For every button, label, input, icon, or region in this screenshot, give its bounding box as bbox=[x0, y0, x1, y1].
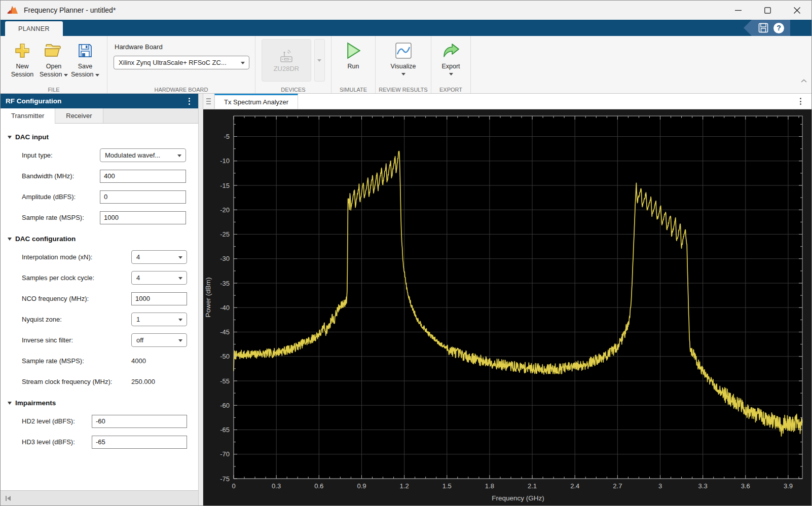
input-type-dropdown[interactable]: Modulated wavef... bbox=[100, 148, 186, 162]
svg-text:0.6: 0.6 bbox=[314, 482, 323, 490]
amplitude-input[interactable] bbox=[100, 190, 186, 204]
tab-planner[interactable]: PLANNER bbox=[5, 21, 63, 36]
close-icon bbox=[794, 7, 800, 14]
panel-title: RF Configuration bbox=[6, 97, 61, 105]
row-inverse-sinc: Inverse sinc filter: off bbox=[22, 333, 198, 347]
svg-text:3.6: 3.6 bbox=[741, 482, 750, 490]
spectrum-plot: 00.30.60.91.21.51.82.12.42.733.33.63.9-7… bbox=[203, 109, 811, 505]
tab-transmitter[interactable]: Transmitter bbox=[1, 108, 55, 123]
open-session-caret-icon bbox=[64, 74, 68, 76]
minimize-button[interactable] bbox=[723, 1, 753, 20]
save-session-label: Save Session bbox=[71, 63, 93, 78]
close-button[interactable] bbox=[782, 1, 811, 20]
panel-splitter[interactable] bbox=[198, 94, 203, 505]
panel-bottom-bar bbox=[1, 490, 198, 505]
nco-frequency-input[interactable] bbox=[131, 292, 187, 305]
svg-text:0.9: 0.9 bbox=[357, 482, 366, 490]
run-button[interactable]: Run bbox=[338, 38, 369, 71]
save-session-caret-icon bbox=[95, 74, 99, 76]
rf-configuration-panel: RF Configuration Transmitter Receiver DA… bbox=[1, 94, 198, 505]
open-session-button[interactable]: Open Session bbox=[38, 38, 69, 79]
svg-text:-70: -70 bbox=[220, 450, 230, 458]
section-dac-input[interactable]: DAC input bbox=[1, 130, 198, 144]
dropdown-caret-icon bbox=[177, 154, 181, 157]
save-session-button[interactable]: Save Session bbox=[69, 38, 101, 79]
section-label-review-results: REVIEW RESULTS bbox=[376, 87, 431, 93]
samples-per-clock-dropdown[interactable]: 4 bbox=[131, 271, 187, 285]
svg-text:-45: -45 bbox=[220, 328, 230, 336]
toolstrip-section-devices: ZU28DR DEVICES bbox=[255, 36, 331, 93]
maximize-icon bbox=[764, 7, 771, 14]
sample-rate-input[interactable] bbox=[100, 211, 186, 224]
svg-text:-15: -15 bbox=[220, 182, 230, 189]
row-sample-rate: Sample rate (MSPS): bbox=[22, 211, 198, 224]
section-label-devices: DEVICES bbox=[255, 87, 331, 93]
device-radio-icon bbox=[278, 49, 295, 64]
panel-tab-strip: Transmitter Receiver bbox=[1, 108, 198, 124]
export-arrow-icon bbox=[442, 43, 460, 59]
svg-text:-50: -50 bbox=[220, 353, 230, 360]
row-hd2-level: HD2 level (dBFS): bbox=[22, 414, 198, 428]
app-window: Frequency Planner - untitled* PLANNE bbox=[0, 0, 812, 506]
new-session-label: New Session bbox=[7, 63, 38, 79]
svg-text:3.3: 3.3 bbox=[698, 482, 708, 490]
new-session-button[interactable]: New Session bbox=[7, 38, 38, 79]
row-bandwidth: Bandwidth (MHz): bbox=[22, 169, 198, 183]
quick-access-toolbar: ? bbox=[744, 20, 790, 36]
nyquist-zone-dropdown[interactable]: 1 bbox=[131, 313, 187, 326]
device-dropdown-button[interactable] bbox=[314, 39, 325, 82]
interpolation-mode-dropdown[interactable]: 4 bbox=[131, 250, 187, 264]
toolstrip-section-hardware-board: Hardware Board Xilinx Zynq UltraScale+ R… bbox=[107, 36, 255, 93]
document-menu-button[interactable] bbox=[797, 94, 811, 109]
save-floppy-icon bbox=[77, 43, 93, 59]
minimize-icon bbox=[735, 7, 742, 14]
toolstrip-section-review-results: Visualize REVIEW RESULTS bbox=[376, 36, 431, 93]
row-nyquist-zone: Nyquist zone: 1 bbox=[22, 313, 198, 326]
dropdown-caret-icon bbox=[178, 256, 182, 259]
section-label-simulate: SIMULATE bbox=[331, 87, 375, 93]
device-zu28dr-button[interactable]: ZU28DR bbox=[262, 39, 311, 82]
panel-menu-icon[interactable] bbox=[186, 98, 193, 105]
section-dac-configuration[interactable]: DAC configuration bbox=[1, 231, 198, 246]
help-icon[interactable]: ? bbox=[773, 23, 784, 33]
svg-text:-10: -10 bbox=[220, 157, 230, 165]
svg-text:-65: -65 bbox=[220, 426, 230, 434]
svg-text:-55: -55 bbox=[220, 377, 230, 385]
hardware-board-dropdown[interactable]: Xilinx Zynq UltraScale+ RFSoC ZC... bbox=[114, 56, 249, 69]
section-impairments[interactable]: Impairments bbox=[1, 396, 198, 410]
tab-tx-spectrum-analyzer[interactable]: Tx Spectrum Analyzer bbox=[214, 94, 298, 109]
svg-text:-35: -35 bbox=[220, 280, 230, 287]
tab-drag-handle-icon[interactable] bbox=[203, 94, 214, 109]
open-session-label: Open Session bbox=[40, 63, 62, 78]
bandwidth-input[interactable] bbox=[100, 170, 186, 183]
export-label: Export bbox=[441, 63, 460, 71]
dac-sample-rate-value: 4000 bbox=[131, 357, 146, 365]
spectrum-chart[interactable]: 00.30.60.91.21.51.82.12.42.733.33.63.9-7… bbox=[203, 109, 812, 506]
export-caret-icon bbox=[449, 73, 453, 75]
inverse-sinc-dropdown[interactable]: off bbox=[131, 333, 187, 347]
toolstrip: New Session Open Session bbox=[1, 36, 811, 94]
hd2-level-input[interactable] bbox=[92, 415, 187, 428]
svg-text:1.5: 1.5 bbox=[442, 482, 452, 490]
export-button[interactable]: Export bbox=[437, 38, 464, 75]
svg-text:2.1: 2.1 bbox=[528, 482, 537, 490]
maximize-button[interactable] bbox=[753, 1, 782, 20]
svg-text:Frequency (GHz): Frequency (GHz) bbox=[492, 494, 544, 502]
svg-text:-5: -5 bbox=[224, 133, 230, 140]
hd3-level-input[interactable] bbox=[92, 436, 187, 449]
svg-text:-20: -20 bbox=[220, 206, 230, 214]
visualize-button[interactable]: Visualize bbox=[384, 38, 423, 75]
visualize-label: Visualize bbox=[391, 63, 416, 71]
toolstrip-collapse-icon[interactable] bbox=[800, 79, 807, 84]
svg-text:1.8: 1.8 bbox=[485, 482, 494, 490]
new-plus-icon bbox=[14, 42, 31, 59]
collapse-panel-icon[interactable] bbox=[5, 495, 12, 502]
tab-receiver[interactable]: Receiver bbox=[55, 108, 103, 123]
row-samples-per-clock: Samples per clock cycle: 4 bbox=[22, 271, 198, 285]
run-play-icon bbox=[345, 42, 362, 60]
visualize-sine-icon bbox=[395, 42, 412, 59]
title-bar: Frequency Planner - untitled* bbox=[1, 1, 811, 20]
ribbon-tab-bar: PLANNER ? bbox=[1, 20, 811, 36]
row-hd3-level: HD3 level (dBFS): bbox=[22, 435, 198, 449]
quick-save-icon[interactable] bbox=[758, 23, 768, 33]
